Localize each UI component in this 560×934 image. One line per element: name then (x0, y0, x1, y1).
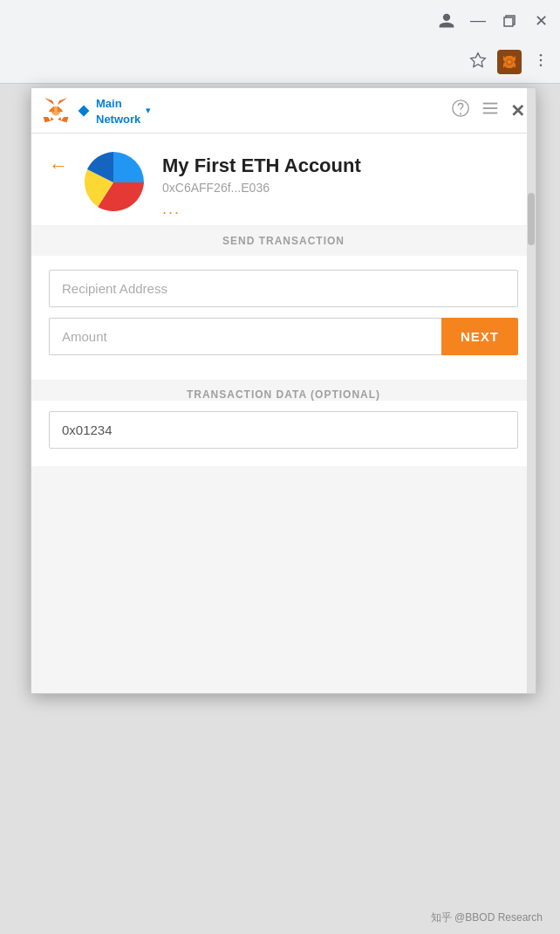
svg-marker-7 (79, 105, 90, 116)
amount-input[interactable] (49, 318, 441, 355)
svg-rect-12 (483, 113, 498, 114)
back-arrow-icon[interactable]: ← (49, 155, 68, 177)
hamburger-menu-icon[interactable] (481, 99, 500, 122)
watermark: 知乎 @BBOD Research (431, 910, 543, 925)
tx-data-label: TRANSACTION DATA (OPTIONAL) (31, 380, 536, 401)
svg-point-2 (508, 60, 511, 64)
metamask-popup: Main Network ▾ ✕ (31, 87, 536, 694)
network-caret-icon: ▾ (146, 105, 151, 116)
support-icon[interactable] (451, 99, 470, 122)
account-address: 0xC6AFF26f...E036 (162, 181, 361, 195)
star-icon[interactable] (469, 52, 487, 73)
recipient-address-input[interactable] (49, 270, 518, 307)
restore-icon[interactable] (501, 12, 518, 30)
close-browser-icon[interactable]: ✕ (532, 12, 550, 30)
svg-point-6 (51, 106, 61, 115)
scrollbar[interactable] (527, 88, 536, 693)
minimize-icon[interactable]: — (469, 12, 487, 30)
account-circle-icon[interactable] (438, 12, 455, 30)
account-section: ← My First ETH Account 0xC6AFF26f...E036… (31, 134, 536, 226)
bottom-grey-area (31, 466, 536, 693)
account-pie-chart (79, 148, 148, 217)
send-form: NEXT (31, 256, 536, 380)
chrome-top-bar: — ✕ (0, 0, 560, 42)
svg-point-4 (540, 59, 543, 62)
tx-data-form (31, 401, 536, 466)
svg-rect-0 (504, 17, 513, 26)
chrome-nav-bar (0, 42, 560, 84)
chrome-browser-bar: — ✕ (0, 0, 560, 84)
scrollbar-thumb (528, 193, 535, 245)
tx-data-input[interactable] (49, 411, 518, 449)
chrome-menu-icon[interactable] (532, 52, 550, 73)
account-ellipsis[interactable]: ... (162, 200, 361, 218)
extension-fox-icon[interactable] (497, 50, 522, 74)
amount-row: NEXT (49, 318, 518, 355)
account-name: My First ETH Account (162, 155, 361, 177)
svg-marker-1 (471, 52, 486, 66)
header-right-controls: ✕ (451, 99, 525, 122)
popup-close-button[interactable]: ✕ (510, 100, 525, 121)
svg-point-5 (540, 64, 543, 66)
svg-point-3 (540, 54, 543, 56)
svg-rect-11 (483, 107, 498, 109)
network-selector[interactable]: Main Network ▾ (77, 95, 151, 127)
svg-point-9 (461, 113, 461, 114)
account-info: My First ETH Account 0xC6AFF26f...E036 .… (162, 148, 361, 218)
network-name: Main Network (96, 95, 140, 127)
next-button[interactable]: NEXT (441, 318, 518, 355)
network-diamond-icon (77, 104, 91, 118)
metamask-header: Main Network ▾ ✕ (31, 88, 536, 134)
svg-rect-10 (483, 103, 498, 105)
metamask-fox-logo (42, 97, 70, 125)
send-transaction-label: SEND TRANSACTION (31, 226, 536, 256)
